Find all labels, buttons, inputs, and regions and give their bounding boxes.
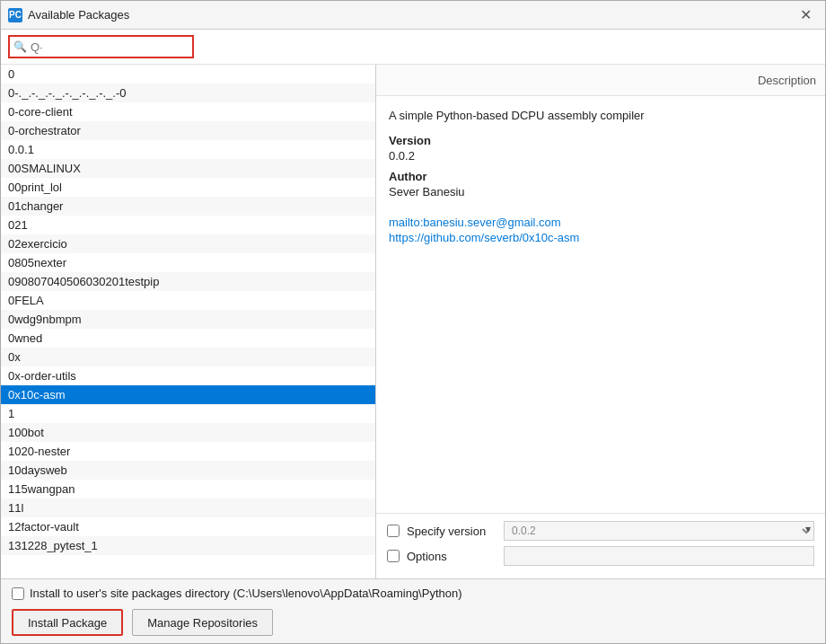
search-icon: 🔍 xyxy=(13,40,27,53)
list-item[interactable]: 01changer xyxy=(1,197,375,216)
description-label: Description xyxy=(758,74,816,87)
list-item[interactable]: 0x-order-utils xyxy=(1,366,375,385)
email-link[interactable]: mailto:banesiu.sever@gmail.com xyxy=(389,216,813,229)
list-item[interactable]: 0wned xyxy=(1,329,375,348)
close-button[interactable]: ✕ xyxy=(793,6,818,24)
list-item[interactable]: 02exercicio xyxy=(1,234,375,253)
window-title: Available Packages xyxy=(28,8,129,22)
list-item[interactable]: 131228_pytest_1 xyxy=(1,536,375,555)
search-input-wrap: 🔍 xyxy=(8,35,194,58)
available-packages-window: PC Available Packages ✕ 🔍 00-._.-._.-._.… xyxy=(0,0,826,644)
site-packages-row: Install to user's site packages director… xyxy=(12,587,814,600)
list-item[interactable]: 115wangpan xyxy=(1,480,375,498)
version-select[interactable]: 0.0.2 xyxy=(504,521,814,541)
package-list: 00-._.-._.-._.-._.-._.-._.-00-core-clien… xyxy=(1,65,375,578)
search-bar: 🔍 xyxy=(1,30,825,65)
install-package-button[interactable]: Install Package xyxy=(12,609,123,636)
options-row: Options xyxy=(387,546,814,566)
search-input[interactable] xyxy=(31,40,189,54)
list-item[interactable]: 021 xyxy=(1,216,375,234)
list-item[interactable]: 12factor-vault xyxy=(1,517,375,536)
specify-options: Specify version 0.0.2 Options xyxy=(376,513,825,578)
specify-version-label: Specify version xyxy=(407,525,496,538)
list-item[interactable]: 0x10c-asm xyxy=(1,385,375,404)
author-label: Author xyxy=(389,170,813,183)
list-item[interactable]: 0-._.-._.-._.-._.-._.-._.-0 xyxy=(1,84,375,102)
author-value: Sever Banesiu xyxy=(389,185,813,198)
version-label: Version xyxy=(389,134,813,147)
main-area: 00-._.-._.-._.-._.-._.-._.-00-core-clien… xyxy=(1,65,825,578)
app-icon: PC xyxy=(8,8,22,22)
description-header: ↻ Description xyxy=(376,65,825,96)
version-select-wrap: 0.0.2 xyxy=(504,521,814,541)
site-packages-label: Install to user's site packages director… xyxy=(30,587,462,600)
package-list-panel: 00-._.-._.-._.-._.-._.-._.-00-core-clien… xyxy=(1,65,376,578)
list-item[interactable]: 0805nexter xyxy=(1,253,375,272)
specify-version-row: Specify version 0.0.2 xyxy=(387,521,814,541)
options-checkbox[interactable] xyxy=(387,550,400,562)
list-item[interactable]: 100bot xyxy=(1,423,375,442)
list-item[interactable]: 0.0.1 xyxy=(1,140,375,159)
list-item[interactable]: 00print_lol xyxy=(1,178,375,197)
version-value: 0.0.2 xyxy=(389,149,813,163)
title-bar-left: PC Available Packages xyxy=(8,8,129,22)
specify-version-checkbox[interactable] xyxy=(387,525,400,537)
bottom-bar: Install to user's site packages director… xyxy=(1,578,825,643)
manage-repositories-button[interactable]: Manage Repositories xyxy=(132,609,273,636)
list-item[interactable]: 0wdg9nbmpm xyxy=(1,310,375,329)
list-item[interactable]: 0-core-client xyxy=(1,102,375,121)
list-item[interactable]: 1020-nester xyxy=(1,442,375,461)
buttons-row: Install Package Manage Repositories xyxy=(12,609,814,636)
list-item[interactable]: 00SMALINUX xyxy=(1,159,375,178)
description-summary: A simple Python-based DCPU assembly comp… xyxy=(389,107,813,125)
list-item[interactable]: 1 xyxy=(1,404,375,423)
github-link[interactable]: https://github.com/severb/0x10c-asm xyxy=(389,231,813,244)
list-item[interactable]: 0 xyxy=(1,65,375,84)
options-label: Options xyxy=(407,550,496,563)
description-panel: ↻ Description A simple Python-based DCPU… xyxy=(376,65,825,578)
description-content: A simple Python-based DCPU assembly comp… xyxy=(376,96,825,513)
site-packages-checkbox[interactable] xyxy=(12,587,24,600)
options-input[interactable] xyxy=(504,546,814,566)
list-item[interactable]: 10daysweb xyxy=(1,461,375,480)
list-item[interactable]: 0x xyxy=(1,348,375,366)
title-bar: PC Available Packages ✕ xyxy=(1,1,825,30)
list-item[interactable]: 0FELA xyxy=(1,291,375,310)
list-item[interactable]: 090807040506030201testpip xyxy=(1,272,375,291)
list-item[interactable]: 11l xyxy=(1,498,375,517)
list-item[interactable]: 0-orchestrator xyxy=(1,121,375,140)
